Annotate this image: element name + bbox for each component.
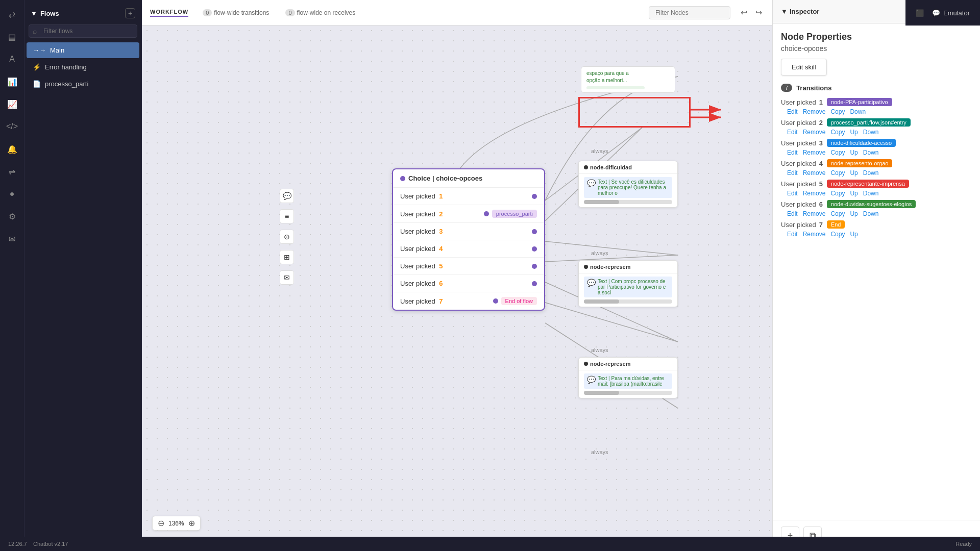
filter-flows-input[interactable] [29, 24, 137, 38]
transition-item-1: User picked 1 node-PPA-participativo Edi… [781, 98, 972, 115]
transition-down-6[interactable]: Down [863, 210, 879, 217]
canvas-icon-3[interactable]: ⊙ [280, 230, 294, 244]
canvas-icon-5[interactable]: ✉ [280, 270, 294, 285]
transition-edit-1[interactable]: Edit [787, 108, 798, 115]
choice-item-1[interactable]: User picked 1 [393, 188, 544, 205]
nav-icon-circle[interactable]: ● [6, 188, 18, 200]
transition-up-5[interactable]: Up [850, 190, 857, 197]
choice-right-6 [532, 281, 537, 286]
choice-num-2: 2 [439, 210, 443, 218]
transition-copy-2[interactable]: Copy [830, 129, 845, 136]
transition-edit-7[interactable]: Edit [787, 231, 798, 238]
transition-item-4: User picked 4 node-represento-orgao Edit… [781, 159, 972, 177]
redo-button[interactable]: ↪ [753, 6, 764, 19]
nav-icon-envelope[interactable]: ✉ [6, 233, 18, 245]
emulator-item[interactable]: 💬 Emulator [932, 9, 970, 17]
transition-item-2: User picked 2 processo_parti.flow.json#e… [781, 118, 972, 136]
canvas-area[interactable]: espaço para que a opção a melhori... alw… [142, 26, 772, 551]
sidebar-item-error-handling[interactable]: ⚡ Error handling [27, 59, 139, 75]
zoom-controls: ⊖ 136% ⊕ [152, 516, 201, 531]
choice-item-6[interactable]: User picked 6 [393, 275, 544, 292]
choice-item-4[interactable]: User picked 4 [393, 240, 544, 258]
edit-skill-button[interactable]: Edit skill [781, 59, 827, 76]
transition-tag-4: node-represento-orgao [827, 159, 893, 167]
nav-icon-alert[interactable]: 🔔 [6, 143, 18, 155]
transition-row-5: User picked 5 node-representante-imprens… [781, 180, 972, 188]
transition-down-4[interactable]: Down [863, 169, 879, 177]
transition-down-2[interactable]: Down [863, 129, 879, 136]
transition-down-3[interactable]: Down [863, 149, 879, 156]
choice-node[interactable]: Choice | choice-opcoes User picked 1 Use… [392, 168, 545, 311]
transition-num-6: 6 [819, 201, 823, 208]
undo-button[interactable]: ↩ [739, 6, 749, 19]
transition-edit-5[interactable]: Edit [787, 190, 798, 197]
transition-remove-4[interactable]: Remove [803, 169, 826, 177]
nav-icon-share[interactable]: ⇄ [6, 8, 18, 20]
node-dot-icon-2 [584, 265, 588, 269]
zoom-in-button[interactable]: ⊕ [188, 518, 195, 528]
choice-item-5[interactable]: User picked 5 [393, 258, 544, 275]
nav-icon-layers[interactable]: ▤ [6, 31, 18, 43]
screen-icon-item[interactable]: ⬛ [916, 9, 924, 17]
zoom-out-button[interactable]: ⊖ [158, 518, 164, 528]
sidebar-item-processo[interactable]: 📄 processo_parti [27, 76, 139, 92]
top-text-preview: espaço para que a opção a melhori... [581, 66, 675, 93]
transition-up-4[interactable]: Up [850, 169, 857, 177]
transition-copy-5[interactable]: Copy [830, 190, 845, 197]
red-box-annotation [578, 97, 691, 128]
canvas-node-dificuldad[interactable]: node-dificuldad 💬 Text | Se você es difi… [578, 161, 678, 208]
canvas-node-represem1-label: node-represem [590, 264, 630, 270]
nav-icon-code[interactable]: </> [6, 120, 18, 133]
tab-flow-wide-receives[interactable]: 0 flow-wide on receives [281, 7, 359, 18]
transition-copy-4[interactable]: Copy [830, 169, 845, 177]
transition-remove-7[interactable]: Remove [803, 231, 826, 238]
nav-icon-graph[interactable]: 📈 [6, 98, 18, 110]
nav-icon-settings[interactable]: ⚙ [6, 210, 18, 222]
canvas-node-represem1[interactable]: node-represem 💬 Text | Com propc process… [578, 260, 678, 307]
sidebar-item-main[interactable]: →→ Main [27, 42, 139, 58]
status-bar: 12:26.7 Chatbot v2.17 Ready [0, 537, 980, 551]
transition-copy-7[interactable]: Copy [830, 231, 845, 238]
transition-copy-6[interactable]: Copy [830, 210, 845, 217]
transition-remove-3[interactable]: Remove [803, 149, 826, 156]
transition-edit-2[interactable]: Edit [787, 129, 798, 136]
canvas-icon-4[interactable]: ⊞ [280, 250, 294, 264]
transition-up-3[interactable]: Up [850, 149, 857, 156]
canvas-icon-1[interactable]: 💬 [280, 189, 294, 203]
transition-item-7: User picked 7 End Edit Remove Copy Up [781, 220, 972, 238]
choice-tag-2: processo_parti [492, 210, 537, 218]
transition-down-1[interactable]: Down [850, 108, 866, 115]
transition-num-3: 3 [819, 139, 823, 147]
canvas-node-represem2[interactable]: node-represem 💬 Text | Para ma dúvidas, … [578, 357, 678, 398]
transition-remove-1[interactable]: Remove [803, 108, 826, 115]
transition-copy-1[interactable]: Copy [830, 108, 845, 115]
transitions-tab-label: flow-wide transitions [214, 9, 269, 16]
transition-copy-3[interactable]: Copy [830, 149, 845, 156]
tab-flow-wide-transitions[interactable]: 0 flow-wide transitions [199, 7, 273, 18]
transition-edit-6[interactable]: Edit [787, 210, 798, 217]
sidebar-collapse-icon: ▼ [31, 10, 37, 17]
nav-icon-charts[interactable]: 📊 [6, 76, 18, 88]
add-flow-button[interactable]: + [125, 8, 135, 18]
transitions-count-badge: 7 [781, 84, 792, 92]
chat-bubble-icon: 💬 [932, 9, 940, 17]
transition-remove-6[interactable]: Remove [803, 210, 826, 217]
choice-item-3[interactable]: User picked 3 [393, 223, 544, 240]
transition-tag-7: End [827, 220, 845, 229]
transition-remove-2[interactable]: Remove [803, 129, 826, 136]
transition-edit-4[interactable]: Edit [787, 169, 798, 177]
speech-icon-2: 💬 [587, 279, 596, 287]
canvas-icon-2[interactable]: ≡ [280, 209, 294, 223]
transition-down-5[interactable]: Down [863, 190, 879, 197]
transition-up-7[interactable]: Up [850, 231, 857, 238]
transition-remove-5[interactable]: Remove [803, 190, 826, 197]
nav-icon-translate[interactable]: A [6, 53, 18, 65]
choice-item-2[interactable]: User picked 2 processo_parti [393, 205, 544, 223]
transition-edit-3[interactable]: Edit [787, 149, 798, 156]
transition-up-6[interactable]: Up [850, 210, 857, 217]
choice-item-7[interactable]: User picked 7 End of flow [393, 292, 544, 310]
transition-up-2[interactable]: Up [850, 129, 857, 136]
transition-actions-5: Edit Remove Copy Up Down [785, 190, 972, 197]
nav-icon-flow[interactable]: ⇌ [6, 165, 18, 178]
filter-nodes-input[interactable] [649, 6, 730, 19]
